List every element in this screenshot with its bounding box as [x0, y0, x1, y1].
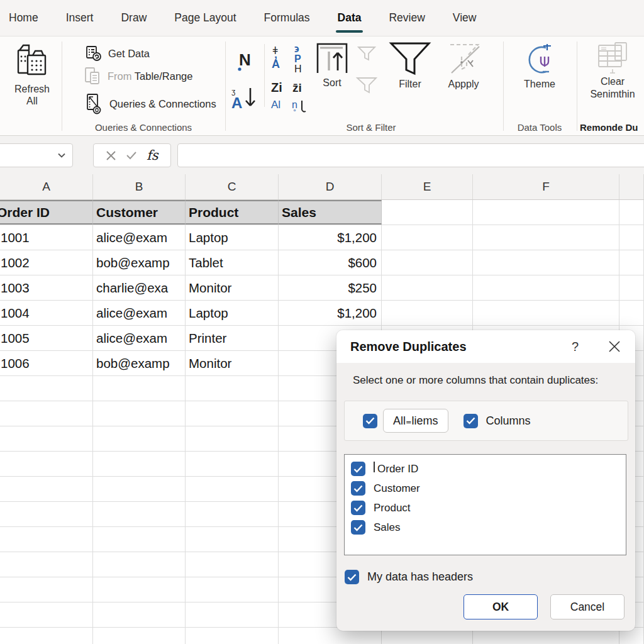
- cell[interactable]: [0, 376, 93, 401]
- cell[interactable]: [93, 376, 186, 401]
- tab-data[interactable]: Data: [338, 11, 362, 25]
- cell[interactable]: $1,200: [279, 225, 382, 250]
- tab-draw[interactable]: Draw: [121, 11, 147, 25]
- cell[interactable]: [0, 577, 93, 602]
- cancel-button[interactable]: Cancel: [550, 594, 625, 619]
- cell[interactable]: [186, 401, 279, 426]
- cell[interactable]: Monitor: [186, 275, 279, 300]
- dialog-titlebar[interactable]: Remove Duplicates ?: [336, 330, 635, 363]
- column-header-f[interactable]: F: [473, 174, 619, 199]
- clear-button[interactable]: Clear Senimthin: [585, 42, 640, 101]
- cell[interactable]: [93, 527, 186, 552]
- sort-za-option-2[interactable]: z̄i n̥: [291, 78, 309, 116]
- cell[interactable]: [93, 602, 186, 627]
- sort-az-option-2[interactable]: ϶ P H: [292, 43, 308, 74]
- tab-insert[interactable]: Insert: [66, 11, 94, 25]
- select-all-checkbox[interactable]: All₌liems: [363, 409, 448, 433]
- cell[interactable]: Laptop: [186, 225, 279, 250]
- sort-smallest-button[interactable]: N: [235, 48, 258, 73]
- tab-home[interactable]: Home: [9, 11, 38, 25]
- cell[interactable]: Tablet: [186, 250, 279, 275]
- cell[interactable]: [186, 452, 279, 476]
- cell[interactable]: [186, 376, 279, 401]
- cell[interactable]: [186, 477, 279, 501]
- cell[interactable]: [619, 250, 644, 275]
- from-table-range-button[interactable]: From Table/Range: [84, 67, 192, 86]
- cell[interactable]: [619, 200, 644, 225]
- column-item-order-id[interactable]: Order ID: [345, 459, 626, 479]
- formula-input[interactable]: [177, 143, 644, 167]
- sort-descending-button[interactable]: ᶾ A: [230, 83, 259, 112]
- refresh-all-button[interactable]: Refresh All: [6, 43, 58, 108]
- cell[interactable]: [0, 426, 93, 451]
- cell[interactable]: alice@exam: [93, 301, 186, 325]
- cell[interactable]: [619, 225, 644, 250]
- cell[interactable]: 1002: [0, 250, 93, 275]
- chevron-down-icon[interactable]: [57, 152, 72, 158]
- filter-small-disabled-button-2[interactable]: [355, 75, 379, 96]
- name-box[interactable]: [0, 143, 73, 167]
- columns-listbox[interactable]: Order IDCustomerProductSales: [344, 454, 626, 555]
- cancel-entry-icon[interactable]: [106, 150, 116, 161]
- cell[interactable]: [93, 477, 186, 501]
- cell[interactable]: 1005: [0, 326, 93, 350]
- cell[interactable]: $600: [279, 250, 382, 275]
- cell[interactable]: [382, 225, 473, 250]
- insert-function-icon[interactable]: fs: [147, 148, 158, 163]
- cell[interactable]: [382, 200, 473, 225]
- cell[interactable]: [186, 426, 279, 451]
- column-item-customer[interactable]: Customer: [345, 479, 626, 498]
- cell[interactable]: alice@exam: [93, 326, 186, 350]
- cell[interactable]: Customer: [93, 200, 186, 225]
- cell[interactable]: [473, 200, 619, 225]
- queries-connections-button[interactable]: Queries & Connections: [86, 93, 216, 114]
- column-item-sales[interactable]: Sales: [345, 518, 626, 537]
- cell[interactable]: [93, 401, 186, 426]
- cell[interactable]: [0, 477, 93, 501]
- cell[interactable]: bob@examp: [93, 351, 186, 375]
- cell[interactable]: charlie@exa: [93, 275, 186, 300]
- cell[interactable]: [186, 577, 279, 602]
- get-data-button[interactable]: Get Data: [86, 45, 150, 62]
- sort-za-option-1[interactable]: Zi Al: [269, 78, 288, 113]
- cell[interactable]: [186, 502, 279, 526]
- columns-checkbox[interactable]: Columns: [464, 414, 531, 428]
- cell[interactable]: [186, 602, 279, 627]
- cell[interactable]: [93, 426, 186, 451]
- enter-entry-icon[interactable]: [126, 151, 137, 160]
- column-header-e[interactable]: E: [382, 174, 473, 199]
- cell[interactable]: 1004: [0, 301, 93, 325]
- cell[interactable]: 1003: [0, 275, 93, 300]
- tab-formulas[interactable]: Formulas: [264, 11, 310, 25]
- cell[interactable]: [382, 250, 473, 275]
- cell[interactable]: Sales: [279, 200, 382, 225]
- tab-page-layout[interactable]: Page Layout: [174, 11, 236, 25]
- column-header-a[interactable]: A: [0, 174, 93, 199]
- cell[interactable]: Laptop: [186, 301, 279, 325]
- cell[interactable]: [382, 275, 473, 300]
- cell[interactable]: [473, 301, 619, 325]
- cell[interactable]: [0, 502, 93, 526]
- cell[interactable]: [93, 552, 186, 577]
- cell[interactable]: bob@examp: [93, 250, 186, 275]
- cell[interactable]: Monitor: [186, 351, 279, 375]
- cell[interactable]: [0, 401, 93, 426]
- filter-button[interactable]: Filter: [385, 40, 435, 91]
- sort-az-option-1[interactable]: ǂ A̓: [270, 44, 287, 72]
- cell[interactable]: [93, 452, 186, 476]
- cell[interactable]: [186, 552, 279, 577]
- cell[interactable]: [93, 628, 186, 644]
- cell[interactable]: [93, 577, 186, 602]
- column-header-b[interactable]: B: [93, 174, 186, 199]
- column-header-c[interactable]: C: [186, 174, 279, 199]
- ok-button[interactable]: OK: [464, 594, 538, 619]
- cell[interactable]: [186, 527, 279, 552]
- cell[interactable]: [93, 502, 186, 526]
- filter-small-disabled-button[interactable]: [356, 45, 377, 62]
- cell[interactable]: 1001: [0, 225, 93, 250]
- tab-review[interactable]: Review: [389, 11, 425, 25]
- cell[interactable]: $250: [279, 275, 382, 300]
- cell[interactable]: [0, 527, 93, 552]
- cell[interactable]: alice@exam: [93, 225, 186, 250]
- apply-button[interactable]: Appply: [438, 42, 489, 91]
